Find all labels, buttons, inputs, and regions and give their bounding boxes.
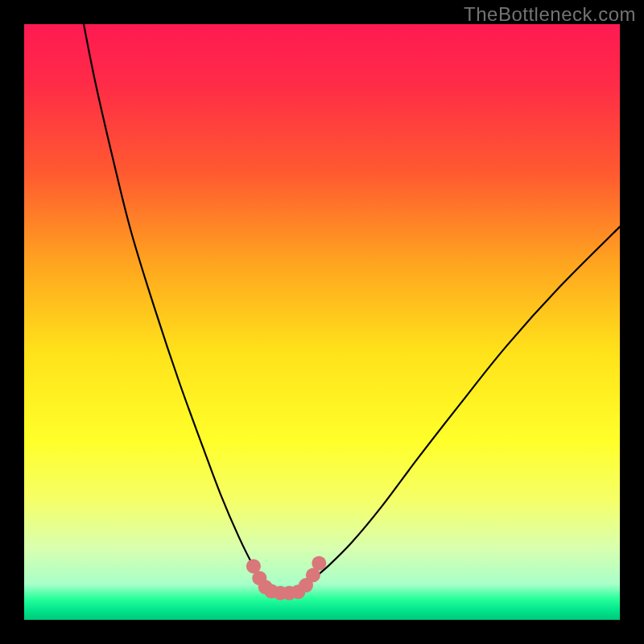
gradient-background — [24, 24, 620, 620]
valley-marker — [312, 556, 326, 571]
chart-svg — [24, 24, 620, 620]
watermark-text: TheBottleneck.com — [464, 3, 636, 26]
chart-frame: TheBottleneck.com — [0, 0, 644, 644]
chart-plot-area — [24, 24, 620, 620]
